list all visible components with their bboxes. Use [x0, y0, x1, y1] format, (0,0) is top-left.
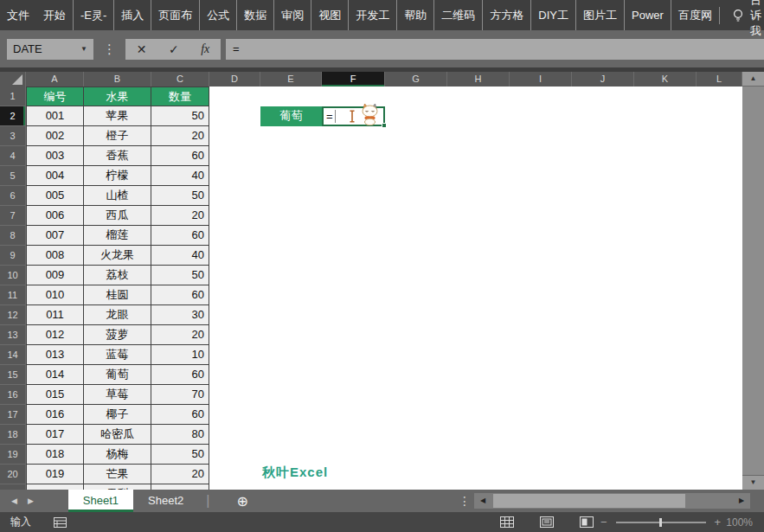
cell-I10[interactable] [510, 266, 572, 285]
cell-F10[interactable] [322, 266, 385, 285]
cell-E3[interactable] [260, 126, 322, 146]
cell-A13[interactable]: 012 [26, 325, 84, 345]
insert-function-icon[interactable]: fx [201, 42, 209, 56]
cell-G6[interactable] [385, 186, 447, 206]
cell-A11[interactable]: 010 [26, 285, 84, 305]
cell-L12[interactable] [697, 305, 742, 325]
cell-F4[interactable] [322, 146, 385, 166]
cell-I20[interactable] [510, 465, 572, 484]
cell-B11[interactable]: 桂圆 [84, 285, 151, 305]
cell-J3[interactable] [572, 126, 634, 146]
cell-J16[interactable] [572, 385, 634, 405]
zoom-level[interactable]: 100% [726, 516, 753, 529]
enter-icon[interactable]: ✓ [169, 42, 179, 56]
row-header-18[interactable]: 18 [0, 425, 26, 445]
cell-C17[interactable]: 60 [151, 405, 209, 425]
cell-F3[interactable] [322, 126, 385, 146]
column-header-F[interactable]: F [322, 72, 385, 87]
scroll-up-icon[interactable]: ▲ [742, 72, 764, 86]
row-header-6[interactable]: 6 [0, 186, 26, 206]
cell-D6[interactable] [209, 186, 260, 206]
cell-D10[interactable] [209, 266, 260, 285]
ribbon-tab-3[interactable]: 插入 [113, 0, 151, 30]
select-all-corner[interactable] [0, 72, 26, 87]
cell-A17[interactable]: 016 [26, 405, 84, 425]
scroll-down-icon[interactable]: ▼ [742, 476, 764, 490]
row-header-1[interactable]: 1 [0, 87, 26, 106]
cell-C16[interactable]: 70 [151, 385, 209, 405]
cell-J14[interactable] [572, 345, 634, 365]
cell-I15[interactable] [510, 365, 572, 385]
name-box-dropdown-arrow[interactable]: ▼ [80, 45, 87, 53]
cell-C18[interactable]: 80 [151, 425, 209, 445]
cell-I6[interactable] [510, 186, 572, 206]
cell-I13[interactable] [510, 325, 572, 345]
row-header-4[interactable]: 4 [0, 146, 26, 166]
cell-B20[interactable]: 芒果 [84, 465, 151, 484]
ribbon-tab-12[interactable]: 方方格 [482, 0, 530, 30]
cell-E16[interactable] [260, 385, 322, 405]
cell-D16[interactable] [209, 385, 260, 405]
row-header-15[interactable]: 15 [0, 365, 26, 385]
cell-E15[interactable] [260, 365, 322, 385]
cell-E18[interactable] [260, 425, 322, 445]
cell-L17[interactable] [697, 405, 742, 425]
hscroll-thumb[interactable] [493, 494, 685, 508]
cell-L3[interactable] [697, 126, 742, 146]
column-header-A[interactable]: A [26, 72, 84, 87]
cell-G1[interactable] [385, 87, 447, 106]
cell-L1[interactable] [697, 87, 742, 106]
cell-H5[interactable] [447, 166, 510, 186]
normal-view-icon[interactable] [500, 516, 514, 528]
cell-K3[interactable] [634, 126, 697, 146]
ribbon-tab-8[interactable]: 视图 [311, 0, 348, 30]
cell-I9[interactable] [510, 246, 572, 266]
add-sheet-button[interactable]: ⊕ [236, 493, 247, 510]
cell-A4[interactable]: 003 [26, 146, 84, 166]
cell-C3[interactable]: 20 [151, 126, 209, 146]
cell-D2[interactable] [209, 106, 260, 126]
cell-F12[interactable] [322, 305, 385, 325]
hscroll-track[interactable] [491, 493, 733, 509]
cell-H12[interactable] [447, 305, 510, 325]
tab-sheet2[interactable]: Sheet2 [133, 490, 198, 512]
cell-L11[interactable] [697, 285, 742, 305]
cell-A7[interactable]: 006 [26, 206, 84, 226]
row-header-5[interactable]: 5 [0, 166, 26, 186]
cell-C4[interactable]: 60 [151, 146, 209, 166]
column-header-I[interactable]: I [510, 72, 572, 87]
cell-H13[interactable] [447, 325, 510, 345]
ribbon-tab-1[interactable]: 开始 [36, 0, 73, 30]
cell-F11[interactable] [322, 285, 385, 305]
cell-K2[interactable] [634, 106, 697, 126]
tab-sheet1[interactable]: Sheet1 [68, 490, 133, 512]
cell-H16[interactable] [447, 385, 510, 405]
column-header-K[interactable]: K [634, 72, 697, 87]
cell-C6[interactable]: 50 [151, 186, 209, 206]
cell-B15[interactable]: 葡萄 [84, 365, 151, 385]
ribbon-tab-15[interactable]: Power [624, 0, 671, 30]
cell-E8[interactable] [260, 226, 322, 246]
cell-G19[interactable] [385, 445, 447, 465]
cell-F9[interactable] [322, 246, 385, 266]
cell-E19[interactable] [260, 445, 322, 465]
cell-E17[interactable] [260, 405, 322, 425]
cell-A18[interactable]: 017 [26, 425, 84, 445]
cell-L5[interactable] [697, 166, 742, 186]
cell-B14[interactable]: 蓝莓 [84, 345, 151, 365]
cell-L6[interactable] [697, 186, 742, 206]
cell-J20[interactable] [572, 465, 634, 484]
ribbon-tab-13[interactable]: DIY工 [530, 0, 575, 30]
cell-B1[interactable]: 水果 [84, 87, 151, 106]
cell-A6[interactable]: 005 [26, 186, 84, 206]
cell-D18[interactable] [209, 425, 260, 445]
cell-B4[interactable]: 香蕉 [84, 146, 151, 166]
cell-E9[interactable] [260, 246, 322, 266]
cell-D14[interactable] [209, 345, 260, 365]
cell-E11[interactable] [260, 285, 322, 305]
ribbon-tab-6[interactable]: 数据 [236, 0, 273, 30]
cell-I7[interactable] [510, 206, 572, 226]
column-header-B[interactable]: B [84, 72, 151, 87]
cell-B8[interactable]: 榴莲 [84, 226, 151, 246]
cell-A9[interactable]: 008 [26, 246, 84, 266]
